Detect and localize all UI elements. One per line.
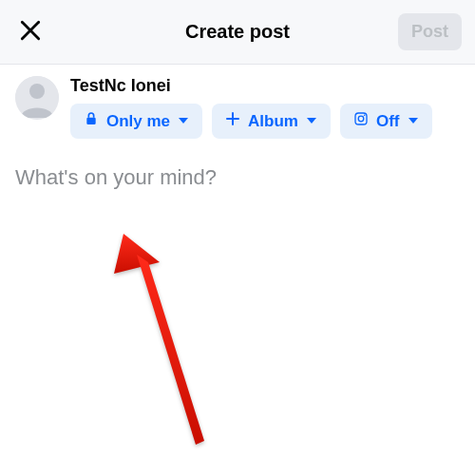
composer-header: Create post Post [0,0,475,65]
plus-icon [225,111,240,131]
post-button[interactable]: Post [398,13,462,50]
avatar-placeholder-icon [15,76,59,120]
composer-placeholder: What's on your mind? [15,165,460,190]
user-row: TestNc Ionei Only me [0,65,475,139]
privacy-chip-label: Only me [106,112,170,131]
caret-down-icon [306,112,317,131]
svg-marker-10 [114,234,160,274]
instagram-chip-label: Off [376,112,400,131]
album-chip-label: Album [248,112,298,131]
caret-down-icon [408,112,419,131]
close-button[interactable] [13,15,48,49]
user-meta: TestNc Ionei Only me [70,76,432,139]
user-name: TestNc Ionei [70,76,432,96]
svg-point-3 [29,84,45,99]
composer-area[interactable]: What's on your mind? [0,139,475,190]
svg-rect-4 [86,118,95,124]
instagram-chip[interactable]: Off [340,104,432,139]
lock-icon [84,111,99,131]
caret-down-icon [178,112,189,131]
close-icon [18,18,43,47]
page-title: Create post [185,21,290,43]
svg-point-9 [364,115,366,117]
avatar[interactable] [15,76,59,120]
svg-point-8 [358,116,364,122]
album-chip[interactable]: Album [212,104,331,139]
instagram-icon [353,111,369,131]
privacy-chip[interactable]: Only me [70,104,202,139]
svg-marker-11 [137,255,204,445]
annotation-arrow [114,234,228,456]
chip-row: Only me Album [70,104,432,139]
